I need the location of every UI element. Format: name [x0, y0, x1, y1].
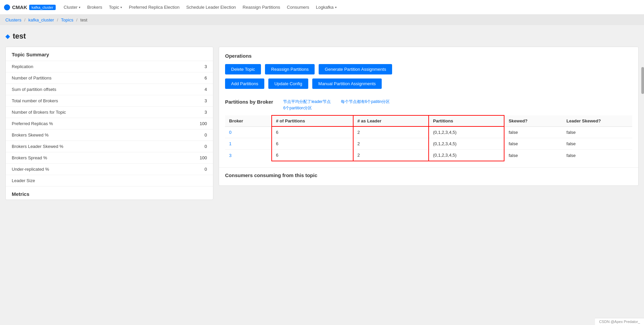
topic-summary-panel: Topic Summary Replication3Number of Part…: [5, 47, 213, 200]
main-layout: Topic Summary Replication3Number of Part…: [5, 47, 639, 200]
broker-id: 3: [225, 150, 272, 161]
col-broker: Broker: [225, 115, 272, 126]
broker-row: 3 6 2 (0,1,2,3,4,5) false false: [225, 150, 632, 161]
summary-label: Sum of partition offsets: [6, 84, 166, 95]
summary-value: 0: [166, 129, 213, 141]
consumers-title: Consumers consuming from this topic: [225, 172, 632, 178]
page-content: ◆ test Topic Summary Replication3Number …: [0, 25, 644, 207]
broker-link[interactable]: 3: [229, 153, 231, 158]
partitions-title: Partitions by Broker: [225, 99, 273, 105]
broker-partitions: 6: [272, 126, 353, 138]
nav-schedule-leader-election[interactable]: Schedule Leader Election: [183, 0, 239, 15]
summary-row: Brokers Spread %100: [6, 152, 213, 164]
brand-icon: [4, 4, 10, 10]
broker-partitions: 6: [272, 138, 353, 150]
generate-partition-assignments-button[interactable]: Generate Partition Assignments: [319, 64, 392, 74]
broker-partitions: 6: [272, 150, 353, 161]
col-leader-skewed: Leader Skewed?: [562, 115, 632, 126]
summary-label: Number of Brokers for Topic: [6, 107, 166, 118]
summary-row: Under-replicated %0: [6, 164, 213, 175]
brand-name: CMAK: [12, 4, 27, 10]
annotation-leader: 节点平均分配了leader节点: [283, 99, 330, 105]
broker-leader-skewed: false: [562, 138, 632, 150]
summary-row: Number of Brokers for Topic3: [6, 107, 213, 118]
broker-as-leader: 2: [353, 138, 429, 150]
summary-row: Brokers Skewed %0: [6, 129, 213, 141]
broker-link[interactable]: 1: [229, 141, 231, 146]
chevron-down-icon: ▾: [120, 6, 122, 9]
breadcrumb-kafka-cluster[interactable]: kafka_cluster: [29, 17, 54, 22]
broker-partition-list: (0,1,2,3,4,5): [429, 150, 504, 161]
breadcrumb-clusters[interactable]: Clusters: [5, 17, 21, 22]
summary-value: 100: [166, 118, 213, 129]
topic-summary-title: Topic Summary: [6, 47, 213, 61]
broker-id: 0: [225, 126, 272, 138]
summary-label: Total number of Brokers: [6, 95, 166, 107]
chevron-down-icon: ▾: [79, 6, 80, 9]
broker-partition-list: (0,1,2,3,4,5): [429, 138, 504, 150]
nav-brokers[interactable]: Brokers: [84, 0, 106, 15]
summary-value: 0: [166, 141, 213, 152]
summary-row: Preferred Replicas %100: [6, 118, 213, 129]
nav-preferred-replica-election[interactable]: Preferred Replica Election: [125, 0, 183, 15]
operations-section: Operations Delete Topic Reassign Partiti…: [219, 47, 638, 99]
scrollbar[interactable]: [641, 67, 644, 94]
summary-row: Replication3: [6, 61, 213, 72]
nav-logkafka[interactable]: Logkafka ▾: [313, 0, 340, 15]
cluster-badge[interactable]: kafka_cluster: [29, 5, 56, 10]
partitions-section: Partitions by Broker 节点平均分配了leader节点 6个p…: [219, 99, 638, 167]
broker-skewed: false: [504, 150, 562, 161]
nav-cluster[interactable]: Cluster ▾: [60, 0, 84, 15]
broker-id: 1: [225, 138, 272, 150]
summary-value: 6: [166, 72, 213, 84]
broker-link[interactable]: 0: [229, 130, 231, 135]
consumers-section: Consumers consuming from this topic: [219, 167, 638, 185]
breadcrumb-current: test: [80, 17, 88, 22]
summary-value: [166, 175, 213, 186]
annotation-partition-count: 6个partition分区: [283, 105, 312, 111]
delete-topic-button[interactable]: Delete Topic: [225, 64, 261, 74]
summary-label: Leader Size: [6, 175, 166, 186]
breadcrumb-topics[interactable]: Topics: [61, 17, 73, 22]
operations-title: Operations: [225, 53, 632, 59]
summary-label: Brokers Leader Skewed %: [6, 141, 166, 152]
navbar: CMAK kafka_cluster Cluster ▾ Brokers Top…: [0, 0, 644, 15]
col-partitions-list: Partitions: [429, 115, 504, 126]
broker-partition-list: (0,1,2,3,4,5): [429, 126, 504, 138]
add-partitions-button[interactable]: Add Partitions: [225, 78, 264, 89]
update-config-button[interactable]: Update Config: [268, 78, 308, 89]
summary-table: Replication3Number of Partitions6Sum of …: [6, 61, 213, 186]
title-dot: ◆: [5, 33, 10, 40]
breadcrumb: Clusters / kafka_cluster / Topics / test: [0, 15, 644, 25]
annotation-group-2: 每个节点都有6个patitin分区: [341, 99, 390, 105]
broker-leader-skewed: false: [562, 126, 632, 138]
nav-topic[interactable]: Topic ▾: [106, 0, 125, 15]
right-panel: Operations Delete Topic Reassign Partiti…: [219, 47, 639, 186]
summary-label: Preferred Replicas %: [6, 118, 166, 129]
col-skewed: Skewed?: [504, 115, 562, 126]
metrics-section: Metrics: [6, 186, 213, 200]
annotation-group: 节点平均分配了leader节点 6个partition分区: [283, 99, 330, 111]
nav-reassign-partitions[interactable]: Reassign Partitions: [239, 0, 283, 15]
summary-label: Replication: [6, 61, 166, 72]
col-partitions-count: # of Partitions: [272, 115, 353, 126]
summary-row: Total number of Brokers3: [6, 95, 213, 107]
ops-row-2: Add Partitions Update Config Manual Part…: [225, 78, 632, 89]
brand: CMAK kafka_cluster: [4, 4, 57, 10]
broker-table: Broker # of Partitions # as Leader Parti…: [225, 115, 632, 161]
broker-skewed: false: [504, 138, 562, 150]
broker-leader-skewed: false: [562, 150, 632, 161]
summary-value: 0: [166, 164, 213, 175]
broker-as-leader: 2: [353, 126, 429, 138]
manual-partition-assignments-button[interactable]: Manual Partition Assignments: [312, 78, 382, 89]
chevron-down-icon: ▾: [335, 6, 337, 9]
nav-consumers[interactable]: Consumers: [283, 0, 312, 15]
summary-row: Leader Size: [6, 175, 213, 186]
summary-value: 3: [166, 107, 213, 118]
summary-row: Number of Partitions6: [6, 72, 213, 84]
reassign-partitions-button[interactable]: Reassign Partitions: [265, 64, 315, 74]
metrics-title: Metrics: [12, 191, 207, 197]
col-leader-count: # as Leader: [353, 115, 429, 126]
summary-label: Under-replicated %: [6, 164, 166, 175]
broker-row: 0 6 2 (0,1,2,3,4,5) false false: [225, 126, 632, 138]
